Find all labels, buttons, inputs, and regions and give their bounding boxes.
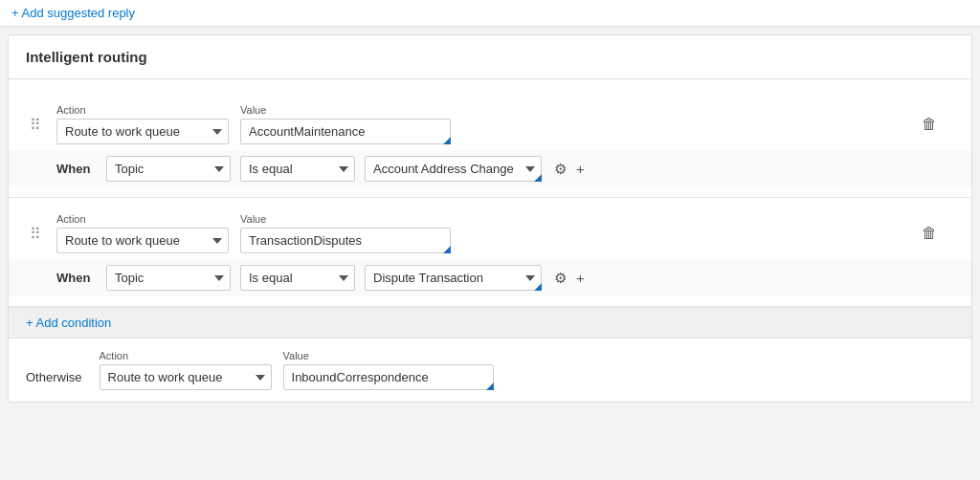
rule-2-icons-row: ⚙ +: [551, 268, 588, 289]
rule-1-when-label: When: [56, 162, 91, 176]
rule-2-action-row-wrapper: ⠿ Action Route to work queue Value: [9, 207, 971, 259]
rule-2-action-select[interactable]: Route to work queue: [56, 228, 229, 253]
main-container: Intelligent routing ⠿ Action Route to wo…: [8, 34, 972, 403]
rule-2-when-label: When: [56, 271, 91, 285]
rule-1-icons-row: ⚙ +: [551, 159, 588, 180]
rule-1-delete-button[interactable]: 🗑: [916, 114, 943, 135]
rule-1-action-row: Action Route to work queue Value 🗑: [9, 98, 971, 150]
rule-2-when-value-select[interactable]: Dispute Transaction: [365, 265, 542, 291]
rule-2-delete-icon: 🗑: [922, 225, 937, 242]
rule-1-delete-icon: 🗑: [922, 116, 937, 133]
rule-1-action-group: Action Route to work queue: [56, 104, 229, 144]
rule-1-operator-select[interactable]: Is equal: [240, 156, 355, 182]
otherwise-label: Otherwise: [26, 370, 82, 390]
rule-1-value-label: Value: [240, 104, 451, 116]
rule-2-when-value-wrapper: Dispute Transaction: [365, 265, 542, 291]
rule-2-delete-button[interactable]: 🗑: [916, 223, 943, 244]
rule-1-action-row-wrapper: ⠿ Action Route to work queue Value: [9, 98, 971, 150]
add-condition-button[interactable]: + Add condition: [26, 316, 111, 330]
otherwise-action-select[interactable]: Route to work queue: [100, 364, 272, 390]
rule-1-when-value-wrapper: Account Address Change: [365, 156, 542, 182]
rule-1-when-row: When Topic Is equal Account Address Chan…: [9, 150, 971, 187]
rule-1-topic-select[interactable]: Topic: [106, 156, 231, 182]
rule-2-value-wrapper: [240, 228, 451, 253]
rule-2-value-input[interactable]: [240, 228, 451, 253]
top-bar: + Add suggested reply: [0, 0, 980, 27]
rule-2-action-row: Action Route to work queue Value 🗑: [9, 207, 971, 259]
add-condition-label: + Add condition: [26, 316, 111, 330]
add-condition-bar: + Add condition: [9, 307, 971, 338]
otherwise-row: Otherwise Action Route to work queue Val…: [9, 338, 971, 402]
rule-2-action-group: Action Route to work queue: [56, 213, 229, 253]
rule-1-plus-icon[interactable]: +: [573, 159, 588, 179]
section-title: Intelligent routing: [9, 35, 971, 79]
rule-1-gear-icon[interactable]: ⚙: [551, 159, 569, 180]
rule-1-value-group: Value: [240, 104, 451, 144]
rule-2-gear-icon[interactable]: ⚙: [551, 268, 569, 289]
otherwise-action-label: Action: [100, 350, 272, 361]
rule-2-value-group: Value: [240, 213, 451, 253]
otherwise-action-group: Action Route to work queue: [100, 350, 272, 390]
routing-body: ⠿ Action Route to work queue Value: [9, 79, 971, 402]
rule-2-value-label: Value: [240, 213, 451, 225]
rule-2-topic-select[interactable]: Topic: [106, 265, 231, 291]
otherwise-value-group: Value: [283, 350, 494, 390]
otherwise-value-input[interactable]: [283, 364, 494, 390]
add-suggested-reply-label: + Add suggested reply: [11, 6, 135, 20]
rule-2-operator-select[interactable]: Is equal: [240, 265, 355, 291]
rule-2-action-label: Action: [56, 213, 229, 225]
rule-2-drag-handle[interactable]: ⠿: [30, 225, 41, 243]
otherwise-value-label: Value: [283, 350, 494, 361]
rule-1-action-label: Action: [56, 104, 229, 116]
rule-2-plus-icon[interactable]: +: [573, 268, 588, 288]
otherwise-value-wrapper: [283, 364, 494, 390]
rule-1-value-wrapper: [240, 119, 451, 144]
rule-1-drag-handle[interactable]: ⠿: [30, 116, 41, 134]
rule-1-when-value-select[interactable]: Account Address Change: [365, 156, 542, 182]
rule-1-value-input[interactable]: [240, 119, 451, 144]
rule-2-block: ⠿ Action Route to work queue Value: [9, 198, 971, 307]
rule-1-action-select[interactable]: Route to work queue: [56, 119, 229, 144]
add-suggested-reply-button[interactable]: + Add suggested reply: [11, 6, 135, 20]
rule-1-block: ⠿ Action Route to work queue Value: [9, 89, 971, 198]
rule-2-when-row: When Topic Is equal Dispute Transaction …: [9, 259, 971, 296]
